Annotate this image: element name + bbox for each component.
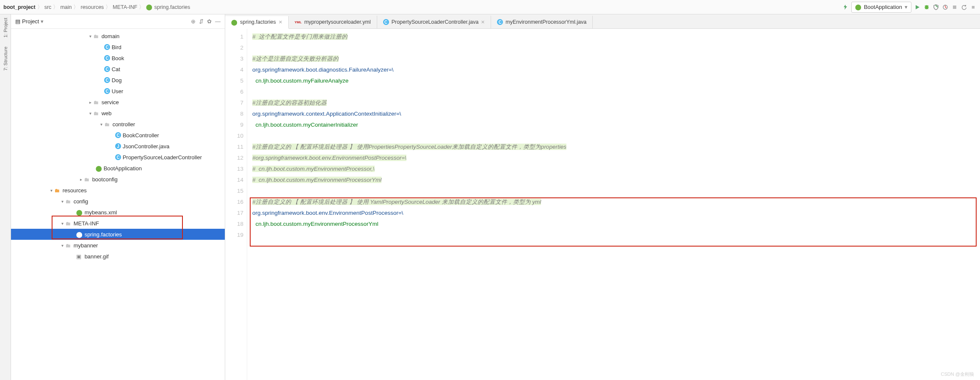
build-icon[interactable] [842,4,849,11]
tree-node-metainf[interactable]: ▾🖿 META-INF [11,218,225,229]
breadcrumb-leaf[interactable]: ⬤ spring.factories [146,4,190,10]
editor-tab[interactable]: YMLmypropertysourceloader.yml [289,16,377,28]
run-config-select[interactable]: ⬤ BootApplication ▾ [851,2,911,13]
tab-label: mypropertysourceloader.yml [304,19,371,25]
breadcrumb-part[interactable]: main [60,4,72,10]
toolwindow-project[interactable]: 1: Project [3,18,8,37]
tree-node-cat[interactable]: C Cat [11,64,225,75]
breadcrumb-part[interactable]: resources [80,4,104,10]
close-icon[interactable]: ✕ [481,19,485,25]
tree-node-jsonctrl[interactable]: J JsonController.java [11,141,225,152]
run-config-label: BootApplication [864,4,902,10]
chevron-down-icon[interactable]: ▾ [41,18,44,25]
tree-node-web[interactable]: ▾🖿 web [11,108,225,119]
toolwindow-structure[interactable]: 7: Structure [3,47,8,71]
rerun-button[interactable] [961,4,967,11]
more-button[interactable]: ■ [970,4,977,11]
tree-node-resources[interactable]: ▾🖿 resources [11,185,225,196]
tree-node-bootconfig[interactable]: ▸🖿 bootconfig [11,174,225,185]
editor-area: ⬤spring.factories✕YMLmypropertysourceloa… [225,14,980,380]
breadcrumb: boot_project 〉 src 〉 main 〉 resources 〉 … [3,3,839,11]
tree-node-service[interactable]: ▸🖿 service [11,97,225,108]
tree-node-bird[interactable]: C Bird [11,42,225,53]
tree-node-domain[interactable]: ▾🖿 domain [11,31,225,42]
spring-icon: ⬤ [231,19,237,25]
close-icon[interactable]: ✕ [279,19,282,25]
gutter: 12345678910111213141516171819 [225,29,247,380]
collapse-icon[interactable]: ⇵ [199,18,204,25]
code[interactable]: # 这个配置文件是专门用来做注册的 #这个是注册自定义失败分析器的org.spr… [247,29,980,380]
editor-tab[interactable]: CmyEnvironmentProcessorYml.java [491,16,593,28]
tree-node-pslctrl[interactable]: C PropertySourceLoaderController [11,152,225,163]
topbar: boot_project 〉 src 〉 main 〉 resources 〉 … [0,0,980,14]
tree-node-mybeans[interactable]: ⬤ mybeans.xml [11,207,225,218]
tree-node-springfactories[interactable]: ⬤ spring.factories [11,229,225,240]
tab-label: PropertySourceLoaderController.java [392,19,479,25]
tab-label: myEnvironmentProcessorYml.java [505,19,586,25]
debug-button[interactable] [923,4,930,11]
yaml-icon: YML [295,20,302,24]
tree-node-book[interactable]: C Book [11,53,225,64]
project-tree[interactable]: ▾🖿 domain C Bird C Book C Cat C Dog C Us… [11,29,225,380]
left-tool-strip: 1: Project 7: Structure [0,14,11,380]
spring-icon: ⬤ [855,4,861,10]
svg-rect-1 [953,6,956,9]
class-icon: C [383,19,389,25]
project-panel-header: ▤ Project ▾ ⊕ ⇵ ✿ — [11,14,225,29]
class-icon: C [497,19,503,25]
spring-icon: ⬤ [146,4,152,10]
locate-icon[interactable]: ⊕ [191,18,196,25]
tree-node-dog[interactable]: C Dog [11,75,225,86]
breadcrumb-part[interactable]: src [44,4,52,10]
watermark: CSDN @金刚狼 [941,371,974,377]
minimize-icon[interactable]: — [215,18,221,25]
tree-node-bookctrl[interactable]: C BookController [11,130,225,141]
tree-node-mybanner[interactable]: ▾🖿 mybanner [11,240,225,251]
project-panel: ▤ Project ▾ ⊕ ⇵ ✿ — ▾🖿 domain C Bird C B… [11,14,225,380]
editor-tab[interactable]: ⬤spring.factories✕ [225,16,289,29]
tree-node-controller[interactable]: ▾🖿 controller [11,119,225,130]
tab-label: spring.factories [240,19,276,25]
tree-node-bannergif[interactable]: ▣ banner.gif [11,251,225,262]
run-button[interactable] [914,4,921,11]
chevron-down-icon: ▾ [905,4,908,10]
code-area[interactable]: 12345678910111213141516171819 # 这个配置文件是专… [225,29,980,380]
project-panel-icon: ▤ [15,18,20,25]
profile-button[interactable] [942,4,949,11]
spring-icon: ⬤ [96,165,102,172]
stop-button[interactable] [951,4,958,11]
editor-tab[interactable]: CPropertySourceLoaderController.java✕ [377,16,491,28]
spring-icon: ⬤ [76,209,83,216]
tree-node-user[interactable]: C User [11,86,225,97]
settings-icon[interactable]: ✿ [207,18,212,25]
spring-icon: ⬤ [76,231,83,238]
breadcrumb-root[interactable]: boot_project [3,4,36,10]
tree-node-config[interactable]: ▾🖿 config [11,196,225,207]
editor-tabs: ⬤spring.factories✕YMLmypropertysourceloa… [225,14,980,29]
breadcrumb-sep: 〉 [37,3,43,11]
project-panel-title: Project [22,18,39,25]
breadcrumb-part[interactable]: META-INF [113,4,137,10]
tree-node-bootapp[interactable]: ⬤ BootApplication [11,163,225,174]
coverage-button[interactable] [933,4,939,11]
